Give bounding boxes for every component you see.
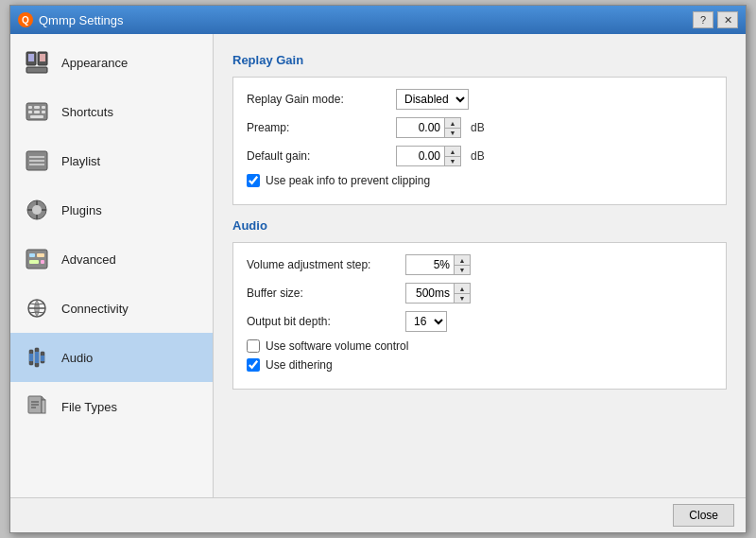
connectivity-icon — [22, 293, 52, 323]
svg-rect-9 — [34, 106, 40, 109]
svg-rect-5 — [40, 54, 45, 61]
sidebar-item-connectivity[interactable]: Connectivity — [10, 284, 213, 333]
sidebar-item-advanced[interactable]: Advanced — [10, 234, 213, 284]
preamp-label: Preamp: — [247, 121, 388, 134]
filetypes-label: File Types — [61, 400, 117, 414]
default-gain-spinner-buttons: ▲ ▼ — [444, 147, 460, 165]
default-gain-spinner: ▲ ▼ — [396, 146, 461, 166]
volume-step-up-button[interactable]: ▲ — [455, 255, 470, 265]
svg-rect-29 — [41, 260, 44, 264]
help-button[interactable]: ? — [693, 11, 713, 28]
default-gain-row: Default gain: ▲ ▼ dB — [247, 146, 713, 166]
audio-icon — [22, 342, 52, 373]
software-volume-checkbox[interactable] — [247, 339, 260, 353]
software-volume-row: Use software volume control — [247, 339, 713, 353]
buffer-size-up-button[interactable]: ▲ — [455, 284, 470, 293]
peak-info-row: Use peak info to prevent clipping — [247, 174, 713, 187]
playlist-icon — [22, 146, 52, 176]
svg-rect-25 — [26, 250, 47, 269]
svg-rect-37 — [41, 356, 44, 361]
preamp-up-button[interactable]: ▲ — [445, 118, 460, 128]
preamp-spinner-buttons: ▲ ▼ — [444, 118, 460, 137]
default-gain-label: Default gain: — [247, 149, 388, 163]
buffer-size-spinner: ▲ ▼ — [405, 283, 471, 304]
software-volume-label: Use software volume control — [266, 339, 408, 353]
dithering-checkbox[interactable] — [247, 358, 260, 372]
dithering-row: Use dithering — [247, 358, 713, 372]
title-bar-left: Q Qmmp Settings — [18, 12, 124, 27]
preamp-down-button[interactable]: ▼ — [445, 128, 460, 137]
peak-info-label: Use peak info to prevent clipping — [266, 174, 430, 187]
close-button[interactable]: Close — [673, 504, 734, 527]
sidebar-item-audio[interactable]: Audio — [10, 333, 213, 382]
svg-rect-13 — [42, 111, 45, 113]
output-bit-depth-label: Output bit depth: — [247, 315, 398, 328]
svg-marker-39 — [42, 396, 45, 400]
volume-step-row: Volume adjustment step: ▲ ▼ — [247, 254, 713, 275]
filetypes-icon — [22, 391, 52, 422]
window-close-button[interactable]: ✕ — [717, 11, 738, 28]
appearance-label: Appearance — [61, 56, 128, 70]
sidebar-item-playlist[interactable]: Playlist — [10, 136, 213, 185]
svg-rect-28 — [29, 260, 39, 264]
main-content: Replay Gain Replay Gain mode: Disabled T… — [214, 34, 746, 497]
svg-text:Q: Q — [22, 15, 29, 26]
volume-step-spinner-buttons: ▲ ▼ — [454, 255, 470, 274]
shortcuts-label: Shortcuts — [61, 105, 113, 119]
svg-rect-26 — [29, 253, 35, 257]
svg-rect-14 — [30, 115, 43, 118]
replay-gain-mode-row: Replay Gain mode: Disabled Track Album — [247, 89, 713, 110]
svg-rect-27 — [37, 253, 44, 257]
default-gain-up-button[interactable]: ▲ — [445, 147, 460, 156]
preamp-input[interactable] — [397, 118, 444, 137]
buffer-size-label: Buffer size: — [247, 286, 398, 300]
buffer-size-down-button[interactable]: ▼ — [455, 293, 470, 303]
svg-point-20 — [32, 205, 42, 215]
connectivity-label: Connectivity — [61, 302, 129, 316]
preamp-spinner: ▲ ▼ — [396, 117, 461, 138]
advanced-icon — [22, 244, 52, 274]
volume-step-label: Volume adjustment step: — [247, 258, 398, 271]
output-bit-depth-select[interactable]: 16 24 32 — [405, 311, 447, 332]
audio-section: Volume adjustment step: ▲ ▼ Buffer size: — [232, 242, 727, 390]
dithering-label: Use dithering — [266, 358, 333, 372]
volume-step-input[interactable] — [406, 255, 454, 274]
title-buttons: ? ✕ — [693, 11, 738, 28]
svg-rect-33 — [29, 354, 33, 361]
peak-info-checkbox[interactable] — [247, 174, 260, 187]
volume-step-spinner: ▲ ▼ — [405, 254, 471, 275]
replay-gain-mode-label: Replay Gain mode: — [247, 93, 388, 106]
plugins-icon — [22, 195, 52, 225]
svg-rect-12 — [34, 111, 40, 113]
sidebar-item-filetypes[interactable]: File Types — [10, 382, 213, 431]
sidebar: Appearance Shortcuts — [10, 34, 214, 497]
app-icon: Q — [18, 12, 33, 27]
svg-rect-6 — [26, 67, 47, 73]
default-gain-input[interactable] — [397, 147, 444, 165]
replay-gain-section: Replay Gain mode: Disabled Track Album P… — [232, 77, 727, 205]
buffer-size-input[interactable] — [406, 284, 454, 303]
buffer-size-spinner-buttons: ▲ ▼ — [454, 284, 470, 303]
default-gain-down-button[interactable]: ▼ — [445, 156, 460, 165]
svg-rect-35 — [35, 352, 39, 363]
svg-rect-8 — [28, 106, 32, 109]
svg-rect-10 — [42, 106, 45, 109]
default-gain-unit: dB — [471, 149, 485, 163]
sidebar-item-shortcuts[interactable]: Shortcuts — [10, 87, 213, 136]
preamp-unit: dB — [471, 121, 485, 134]
bottom-bar: Close — [10, 497, 746, 532]
audio-label: Audio — [61, 351, 93, 365]
sidebar-item-appearance[interactable]: Appearance — [10, 38, 213, 87]
plugins-label: Plugins — [61, 203, 102, 217]
audio-section-header: Audio — [232, 218, 727, 233]
playlist-label: Playlist — [61, 154, 100, 168]
volume-step-down-button[interactable]: ▼ — [455, 265, 470, 274]
replay-gain-header: Replay Gain — [232, 53, 727, 67]
buffer-size-row: Buffer size: ▲ ▼ — [247, 283, 713, 304]
sidebar-item-plugins[interactable]: Plugins — [10, 185, 213, 234]
svg-rect-3 — [28, 54, 34, 61]
svg-rect-40 — [42, 400, 45, 413]
replay-gain-mode-select[interactable]: Disabled Track Album — [396, 89, 469, 110]
svg-rect-11 — [28, 111, 32, 113]
advanced-label: Advanced — [61, 252, 116, 267]
